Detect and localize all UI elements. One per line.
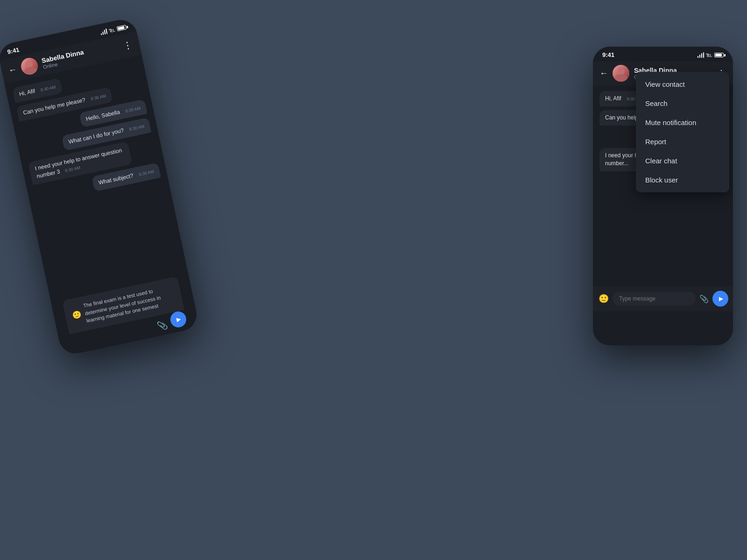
msg-time: 8:30 AM [125, 105, 141, 114]
battery-icon [714, 53, 724, 57]
wifi-icon: ℡ [706, 51, 712, 58]
phone2: 9:41 ℡ ← Sabella Dinna Online ⋮ View con… [593, 47, 733, 345]
battery-icon [117, 25, 127, 31]
menu-item-search[interactable]: Search [636, 94, 729, 113]
phone1-attach-button[interactable]: 📎 [156, 319, 169, 331]
menu-item-clear-chat[interactable]: Clear chat [636, 151, 729, 170]
phone2-time: 9:41 [602, 51, 614, 58]
msg-time: 8:30 AM [129, 124, 145, 133]
phone2-emoji-button[interactable]: 🙂 [599, 294, 609, 304]
phone2-back-button[interactable]: ← [599, 69, 608, 78]
menu-item-mute-notification[interactable]: Mute notification [636, 113, 729, 132]
phone1-container: 9:41 ℡ ← Sabella Dinna Online ⋮ [0, 17, 199, 357]
msg-text: What subject? [98, 172, 134, 187]
msg-text: Hello, Sabella [85, 108, 121, 123]
dropdown-menu: View contact Search Mute notification Re… [636, 72, 729, 192]
msg-time: 8:30 AM [90, 93, 106, 102]
emoji-icon[interactable]: 🙂 [71, 310, 82, 321]
phone1-send-button[interactable] [169, 310, 188, 329]
phone2-input-bar: 🙂 📎 [593, 286, 733, 311]
phone2-contact-avatar [613, 65, 629, 82]
menu-item-view-contact[interactable]: View contact [636, 75, 729, 94]
phone1-back-button[interactable]: ← [7, 64, 18, 75]
wifi-icon: ℡ [108, 26, 116, 34]
phone2-container: 9:41 ℡ ← Sabella Dinna Online ⋮ View con… [593, 47, 733, 345]
signal-icon [100, 28, 108, 35]
msg-time: 8:30 AM [138, 168, 155, 177]
phone2-message-input[interactable] [613, 292, 696, 306]
phone2-send-button[interactable] [712, 291, 728, 307]
msg-text: Hi, Afif [605, 95, 621, 103]
phone2-status-bar: 9:41 ℡ [593, 47, 733, 61]
menu-item-block-user[interactable]: Block user [636, 170, 729, 189]
phone1-more-button[interactable]: ⋮ [122, 39, 134, 52]
menu-item-report[interactable]: Report [636, 132, 729, 151]
phone1: 9:41 ℡ ← Sabella Dinna Online ⋮ [0, 17, 199, 357]
phone2-status-icons: ℡ [698, 51, 724, 58]
phone2-attach-button[interactable]: 📎 [699, 294, 709, 303]
phone1-messages-area: Hi, Afif 8:30 AM Can you help me please?… [5, 55, 188, 303]
phone1-time: 9:41 [7, 46, 20, 56]
msg-time: 8:30 AM [64, 165, 80, 173]
msg-text: What can I do for you? [68, 126, 125, 146]
phone1-contact-avatar [20, 56, 40, 77]
msg-time: 8:30 AM [40, 84, 56, 93]
signal-icon [698, 52, 705, 58]
msg-text: Hi, Afif [18, 87, 35, 98]
